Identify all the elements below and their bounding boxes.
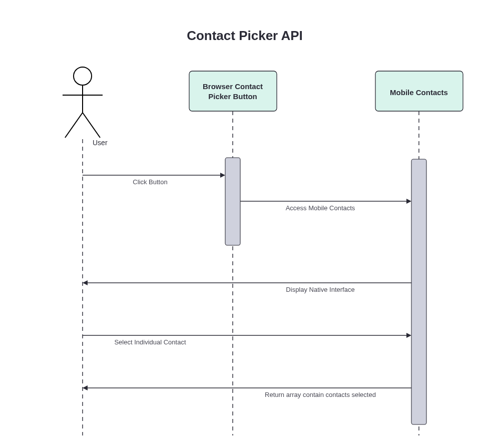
message-return-array: Return array contain contacts selected [83, 385, 411, 398]
message-label-m3: Display Native Interface [286, 286, 354, 293]
mobile-label: Mobile Contacts [390, 88, 448, 97]
message-label-m4: Select Individual Contact [114, 338, 186, 346]
arrowhead-left-icon [83, 280, 88, 285]
participant-browser: Browser Contact Picker Button [189, 71, 277, 435]
browser-label-line2: Picker Button [208, 92, 257, 101]
message-label-m1: Click Button [133, 178, 167, 186]
arrowhead-left-icon [83, 385, 88, 390]
actor-label: User [93, 139, 108, 147]
message-select-individual-contact: Select Individual Contact [83, 333, 411, 346]
message-click-button: Click Button [83, 173, 225, 186]
arrowhead-right-icon [406, 333, 411, 338]
activation-mobile [411, 159, 426, 424]
message-display-native-interface: Display Native Interface [83, 280, 411, 293]
sequence-diagram: Contact Picker API User Browser Contact … [0, 0, 490, 448]
message-label-m2: Access Mobile Contacts [286, 204, 355, 212]
browser-box [189, 71, 277, 111]
arrowhead-right-icon [220, 173, 225, 178]
arrowhead-right-icon [406, 199, 411, 204]
user-leg-right [83, 113, 100, 138]
user-leg-left [65, 113, 83, 138]
message-label-m5: Return array contain contacts selected [265, 391, 376, 398]
browser-label-line1: Browser Contact [203, 82, 263, 91]
message-access-mobile-contacts: Access Mobile Contacts [240, 199, 411, 212]
activation-browser [225, 158, 240, 245]
diagram-title: Contact Picker API [187, 28, 303, 43]
user-head-icon [74, 67, 92, 85]
actor-user: User [63, 67, 108, 435]
